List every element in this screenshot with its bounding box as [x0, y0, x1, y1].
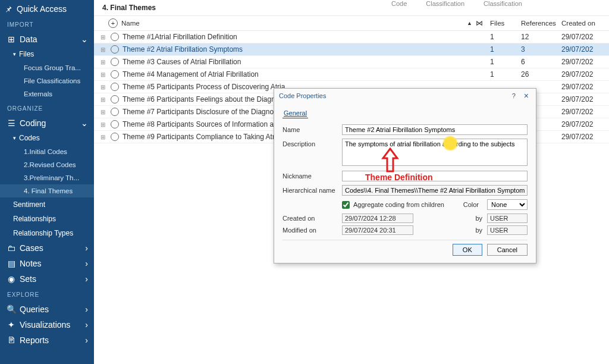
nav-label: Relationships	[13, 215, 56, 223]
expand-icon[interactable]: ⊞	[99, 96, 107, 103]
expand-icon[interactable]: ⊞	[99, 84, 107, 90]
chevron-right-icon: ›	[85, 335, 88, 345]
expand-icon[interactable]: ⊞	[99, 134, 107, 140]
col-files[interactable]: Files	[490, 20, 521, 27]
nav-final-themes[interactable]: 4. Final Themes	[0, 184, 94, 197]
section-explore: EXPLORE	[0, 287, 94, 302]
coding-icon: ☰	[6, 118, 17, 128]
nav-label: Notes	[20, 259, 42, 268]
nickname-input[interactable]	[342, 171, 528, 181]
created-value: 29/07/2024 12:28	[342, 214, 413, 223]
col-created-on[interactable]: Created on	[561, 20, 599, 27]
chevron-right-icon: ›	[85, 274, 88, 284]
nav-codes[interactable]: Codes	[0, 131, 94, 145]
nav-label: Codes	[19, 134, 40, 142]
top-header-code: Code	[391, 0, 407, 7]
table-row[interactable]: ⊞Theme #2 Atrial Fibrillation Symptoms13…	[94, 43, 609, 56]
row-refs: 12	[521, 33, 561, 41]
nav-label: Sets	[20, 274, 36, 284]
nav-externals[interactable]: Externals	[0, 87, 94, 101]
nav-label: 1.Initial Codes	[24, 148, 67, 155]
name-input[interactable]	[342, 124, 528, 135]
ok-button[interactable]: OK	[453, 244, 482, 256]
nav-label: Externals	[24, 90, 52, 98]
nav-queries[interactable]: 🔍Queries›	[0, 302, 94, 317]
nav-label: Focus Group Tra...	[24, 64, 81, 71]
nav-file-classifications[interactable]: File Classifications	[0, 74, 94, 87]
nav-relationship-types[interactable]: Relationship Types	[0, 226, 94, 240]
table-row[interactable]: ⊞Theme #1Atrial Fibrillation Definition1…	[94, 31, 609, 43]
hierarchical-name-input	[342, 185, 528, 196]
quick-access[interactable]: Quick Access	[0, 1, 94, 17]
col-link-icon: ⋈	[476, 19, 490, 27]
chevron-right-icon: ›	[85, 259, 88, 268]
sidebar: Quick Access IMPORT ⊞Data⌄ Files Focus G…	[0, 0, 94, 364]
nav-coding[interactable]: ☰Coding⌄	[0, 115, 94, 131]
nav-focus-group[interactable]: Focus Group Tra...	[0, 61, 94, 74]
row-refs: 6	[521, 58, 561, 66]
data-icon: ⊞	[6, 34, 17, 44]
modified-by-value: USER	[487, 225, 528, 235]
nav-sets[interactable]: ◉Sets›	[0, 271, 94, 287]
help-button[interactable]: ?	[506, 92, 522, 99]
close-button[interactable]: ×	[522, 91, 531, 101]
nav-relationships[interactable]: Relationships	[0, 212, 94, 226]
dialog-titlebar[interactable]: Code Properties ? ×	[274, 89, 536, 103]
nav-label: Visualizations	[20, 320, 70, 330]
nav-visualizations[interactable]: ✦Visualizations›	[0, 317, 94, 332]
label-color: Color	[463, 201, 479, 208]
table-row[interactable]: ⊞Theme #4 Management of Atrial Fibrillat…	[94, 68, 609, 81]
nav-data[interactable]: ⊞Data⌄	[0, 32, 94, 47]
table-row[interactable]: ⊞Theme #3 Causes of Atrial Fibrillation1…	[94, 56, 609, 68]
expand-icon[interactable]: ⊞	[99, 121, 107, 128]
row-date: 29/07/202	[561, 83, 599, 91]
code-circle-icon	[111, 33, 119, 41]
col-name[interactable]: Name	[121, 20, 467, 27]
code-properties-dialog: Code Properties ? × General Name Descrip…	[274, 88, 536, 263]
code-circle-icon	[111, 58, 119, 66]
nav-files[interactable]: Files	[0, 47, 94, 61]
row-files: 1	[490, 45, 521, 54]
nav-sentiment[interactable]: Sentiment	[0, 197, 94, 212]
label-modified-by: by	[467, 227, 482, 234]
description-input[interactable]: The symptoms of atrial fibrillation acco…	[342, 139, 528, 166]
breadcrumb: 4. Final Themes	[94, 0, 609, 16]
row-files: 1	[490, 58, 521, 66]
label-nickname: Nickname	[282, 171, 342, 180]
row-date: 29/07/202	[561, 120, 599, 128]
expand-icon[interactable]: ⊞	[99, 71, 107, 78]
nav-reports[interactable]: 🖹Reports›	[0, 332, 94, 348]
tab-general[interactable]: General	[282, 108, 308, 118]
nav-label: Relationship Types	[13, 229, 73, 237]
nav-initial-codes[interactable]: 1.Initial Codes	[0, 145, 94, 158]
expand-icon[interactable]: ⊞	[99, 109, 107, 115]
nav-label: Queries	[20, 305, 49, 314]
row-title: Theme #4 Management of Atrial Fibrillati…	[123, 70, 476, 79]
nav-notes[interactable]: ▤Notes›	[0, 256, 94, 271]
dialog-title: Code Properties	[279, 92, 506, 99]
nav-label: Coding	[20, 118, 46, 128]
nav-label: 2.Revised Codes	[24, 161, 76, 168]
label-created-by: by	[467, 215, 482, 222]
expand-icon[interactable]: ⊞	[99, 59, 107, 65]
section-organize: ORGANIZE	[0, 101, 94, 115]
cancel-button[interactable]: Cancel	[487, 244, 528, 256]
add-code-button[interactable]: +	[108, 18, 118, 28]
label-modified: Modified on	[282, 227, 342, 234]
nav-preliminary-themes[interactable]: 3.Preliminary Th...	[0, 171, 94, 184]
nav-label: Reports	[20, 335, 49, 345]
row-date: 29/07/202	[561, 58, 599, 66]
nav-revised-codes[interactable]: 2.Revised Codes	[0, 158, 94, 171]
row-title: Theme #1Atrial Fibrillation Definition	[123, 33, 476, 41]
cases-icon: 🗀	[6, 243, 17, 253]
col-references[interactable]: References	[521, 20, 561, 27]
code-circle-icon	[111, 83, 119, 91]
nav-cases[interactable]: 🗀Cases›	[0, 240, 94, 256]
row-date: 29/07/202	[561, 108, 599, 116]
color-select[interactable]: None	[487, 199, 528, 210]
row-refs: 26	[521, 70, 561, 79]
expand-icon[interactable]: ⊞	[99, 46, 107, 53]
aggregate-checkbox[interactable]	[342, 201, 350, 209]
expand-icon[interactable]: ⊞	[99, 34, 107, 40]
section-import: IMPORT	[0, 17, 94, 32]
